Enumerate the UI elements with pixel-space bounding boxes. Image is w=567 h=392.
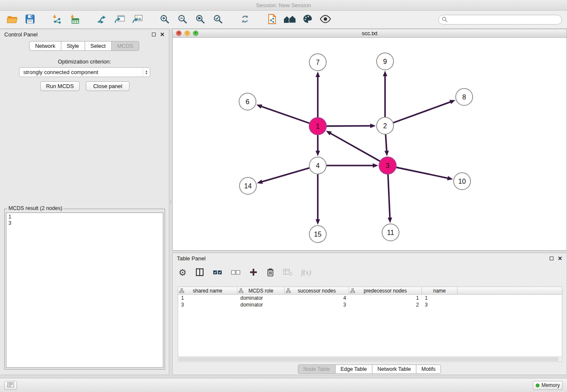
- show-graphics-button[interactable]: [317, 12, 334, 27]
- cell-mcds-role[interactable]: dominator: [237, 301, 285, 308]
- cell-shared-name[interactable]: 3: [178, 301, 237, 308]
- edge-arrowhead: [447, 176, 453, 180]
- table-settings-button[interactable]: ⚙: [179, 268, 187, 277]
- graph-node-label: 14: [244, 182, 252, 190]
- graph-node-label: 1: [316, 123, 320, 130]
- select-all-columns-button[interactable]: [213, 269, 222, 277]
- edge-arrowhead: [388, 218, 392, 223]
- memory-button[interactable]: Memory: [533, 381, 563, 390]
- maximize-window-icon[interactable]: +: [193, 30, 198, 36]
- delete-row-button[interactable]: [267, 268, 274, 278]
- deselect-all-columns-button[interactable]: [231, 269, 240, 277]
- graph-node-label: 6: [246, 98, 250, 105]
- graph-edge-3-10[interactable]: [396, 167, 449, 178]
- graph-edge-1-6[interactable]: [261, 106, 310, 124]
- column-header-mcds-role[interactable]: MCDS role: [237, 287, 285, 294]
- close-table-panel-icon[interactable]: ✕: [558, 256, 562, 261]
- import-table-button[interactable]: [66, 12, 84, 27]
- tab-style[interactable]: Style: [61, 41, 85, 51]
- graph-edge-2-8[interactable]: [393, 102, 451, 123]
- cell-mcds-role[interactable]: dominator: [237, 295, 285, 301]
- graph-edge-2-3[interactable]: [385, 134, 387, 152]
- table-toolbar: ⚙: [179, 264, 311, 282]
- network-overview-button[interactable]: [281, 12, 299, 27]
- zoom-fit-button[interactable]: [191, 12, 209, 27]
- graph-edge-3-11[interactable]: [388, 174, 390, 218]
- clone-network-button[interactable]: [111, 12, 129, 27]
- image-arrow-icon: [132, 14, 143, 25]
- add-row-button[interactable]: [249, 268, 258, 278]
- apply-function-button[interactable]: f(x): [301, 268, 311, 277]
- tab-motifs[interactable]: Motifs: [416, 364, 441, 374]
- delete-table-button[interactable]: [283, 268, 292, 277]
- tab-network[interactable]: Network: [29, 41, 61, 51]
- zoom-out-button[interactable]: [173, 12, 191, 27]
- export-image-button[interactable]: [129, 12, 146, 27]
- apply-style-button[interactable]: [299, 12, 317, 27]
- float-table-panel-icon[interactable]: [550, 257, 553, 260]
- criterion-dropdown[interactable]: strongly connected component ▲▼: [19, 67, 150, 77]
- edge-arrowhead: [370, 124, 376, 128]
- cell-predecessor-nodes[interactable]: 2: [349, 301, 422, 308]
- cell-shared-name[interactable]: 1: [178, 295, 237, 301]
- graph-node-label: 2: [383, 122, 387, 130]
- edge-arrowhead: [449, 100, 455, 104]
- cell-successor-nodes[interactable]: 4: [285, 295, 349, 301]
- graph-node-label: 4: [316, 162, 320, 169]
- close-panel-button[interactable]: Close panel: [86, 81, 129, 91]
- node-table: shared name MCDS role successor nodes pr…: [178, 287, 562, 357]
- table-horizontal-scrollbar[interactable]: [178, 356, 562, 362]
- window-title: Session: New Session: [256, 2, 311, 8]
- column-header-predecessor-nodes[interactable]: predecessor nodes: [349, 287, 422, 294]
- plus-icon: [249, 268, 258, 278]
- cell-successor-nodes[interactable]: 3: [285, 301, 349, 308]
- close-window-icon[interactable]: ✕: [176, 30, 182, 36]
- cell-name[interactable]: 1: [422, 295, 457, 301]
- edge-arrowhead: [257, 179, 263, 184]
- minimize-window-icon[interactable]: −: [184, 30, 190, 36]
- toggle-column-panel-button[interactable]: [195, 268, 204, 278]
- table-panel-header: Table Panel ✕: [173, 253, 567, 263]
- zoom-out-icon: [177, 14, 187, 25]
- table-row[interactable]: 3 dominator 3 2 3: [178, 301, 562, 308]
- homes-icon: [283, 14, 297, 25]
- column-header-name[interactable]: name: [422, 287, 457, 294]
- copy-document-button[interactable]: [263, 12, 281, 27]
- graph-edge-1-2[interactable]: [326, 126, 371, 126]
- search-input[interactable]: [438, 15, 562, 25]
- table-row[interactable]: 1 dominator 4 1 1: [178, 295, 562, 301]
- tab-select[interactable]: Select: [85, 41, 112, 51]
- cell-name[interactable]: 3: [422, 301, 457, 308]
- new-network-button[interactable]: [93, 12, 111, 27]
- tab-network-table[interactable]: Network Table: [372, 364, 416, 374]
- float-panel-icon[interactable]: [152, 33, 156, 36]
- graph-edge-3-1[interactable]: [330, 133, 380, 161]
- mcds-result-list[interactable]: 1 3: [6, 213, 163, 368]
- mcds-result-line: 1: [8, 214, 161, 220]
- import-table-icon: [69, 14, 80, 25]
- save-session-button[interactable]: [21, 12, 39, 27]
- tab-edge-table[interactable]: Edge Table: [335, 364, 372, 374]
- zoom-selected-button[interactable]: [209, 12, 227, 27]
- run-mcds-button[interactable]: Run MCDS: [40, 81, 80, 91]
- mcds-result-title: MCDS result (2 nodes): [7, 205, 63, 211]
- close-panel-icon[interactable]: ✕: [160, 32, 165, 37]
- task-history-button[interactable]: [4, 381, 17, 390]
- network-canvas[interactable]: 7968124314101511: [173, 38, 567, 250]
- open-session-button[interactable]: [3, 12, 21, 27]
- refresh-view-button[interactable]: [236, 12, 254, 27]
- zoom-in-button[interactable]: [156, 12, 173, 27]
- column-header-successor-nodes[interactable]: successor nodes: [285, 287, 349, 294]
- graph-node-label: 8: [462, 94, 466, 101]
- tab-mcds[interactable]: MCDS: [111, 41, 139, 51]
- control-panel: Control Panel ✕ Network Style Select MCD…: [0, 29, 169, 375]
- gear-icon: ⚙: [179, 268, 187, 277]
- import-network-button[interactable]: [48, 12, 66, 27]
- tab-node-table[interactable]: Node Table: [298, 364, 336, 374]
- graph-node-label: 9: [383, 58, 387, 65]
- cell-predecessor-nodes[interactable]: 1: [349, 295, 422, 301]
- edge-arrowhead: [383, 71, 387, 76]
- graph-edge-4-14[interactable]: [261, 168, 310, 182]
- panel-splitter[interactable]: ⁞: [169, 29, 172, 375]
- column-header-shared-name[interactable]: shared name: [178, 287, 237, 294]
